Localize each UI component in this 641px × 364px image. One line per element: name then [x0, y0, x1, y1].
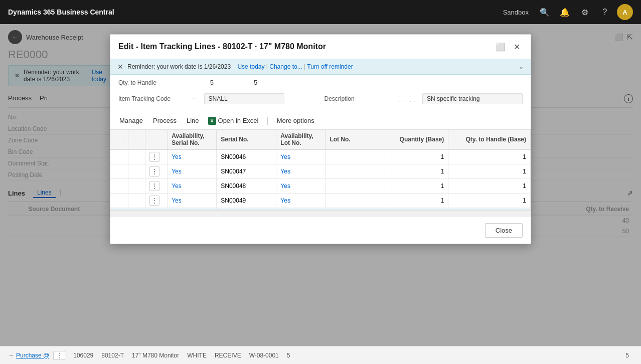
row-context-menu[interactable]: ⋮	[145, 179, 168, 194]
modal-reminder-use-today[interactable]: Use today	[237, 63, 264, 70]
row-cell-desc: 17" M780 Monitor	[132, 352, 179, 359]
modal-reminder-text: Reminder: your work date is 1/26/2023 Us…	[127, 63, 515, 70]
h-scrollbar[interactable]	[110, 210, 531, 217]
row-avail-lot[interactable]: Yes	[276, 149, 326, 164]
table-row[interactable]: ⋮YesSN00049Yes11	[110, 194, 531, 208]
row-cell-variant: WHITE	[187, 352, 207, 359]
row-lot-no[interactable]	[326, 149, 385, 164]
row-dots-button[interactable]: ⋮	[149, 196, 159, 206]
row-cell-qty: 5	[287, 352, 290, 359]
row-avail-sn[interactable]: Yes	[168, 194, 217, 208]
row-lot-no[interactable]	[326, 179, 385, 194]
desc-label: Description	[325, 95, 395, 102]
app-brand: Dynamics 365 Business Central	[8, 8, 503, 16]
qty-value2: 5	[254, 79, 257, 86]
row-avail-lot[interactable]: Yes	[276, 179, 326, 194]
row-avail-lot[interactable]: Yes	[276, 164, 326, 179]
table-row[interactable]: ⋮YesSN00048Yes11	[110, 179, 531, 194]
modal-reminder-close[interactable]: ✕	[117, 63, 123, 71]
row-serial-no[interactable]: SN00047	[217, 164, 276, 179]
modal-reminder-label: Reminder: your work date is 1/26/2023	[127, 63, 231, 70]
row-qty-handle[interactable]: 1	[448, 164, 531, 179]
col-lot-no-header: Lot No.	[326, 130, 385, 149]
avail-sn-link[interactable]: Yes	[172, 153, 182, 160]
user-avatar[interactable]: A	[617, 4, 633, 20]
avail-lot-link[interactable]: Yes	[280, 183, 290, 190]
row-serial-no[interactable]: SN00048	[217, 179, 276, 194]
modal: Edit - Item Tracking Lines - 80102-T · 1…	[110, 34, 531, 244]
row-cell-bin: W-08-0001	[249, 352, 279, 359]
row-context-menu[interactable]: ⋮	[145, 194, 168, 208]
avail-lot-link[interactable]: Yes	[280, 197, 290, 204]
row-serial-no[interactable]: SN00046	[217, 149, 276, 164]
close-button[interactable]: Close	[485, 223, 523, 238]
itc-input[interactable]: SNALL	[204, 93, 284, 104]
row-lot-no[interactable]	[326, 164, 385, 179]
avail-lot-link[interactable]: Yes	[280, 168, 290, 175]
row-avail-sn[interactable]: Yes	[168, 164, 217, 179]
search-icon[interactable]: 🔍	[537, 4, 553, 20]
row-qty-handle[interactable]: 1	[448, 149, 531, 164]
row-qty-handle[interactable]: 1	[448, 179, 531, 194]
env-label: Sandbox	[503, 9, 529, 16]
avail-sn-link[interactable]: Yes	[172, 197, 182, 204]
row-check[interactable]	[110, 179, 128, 194]
avail-sn-link[interactable]: Yes	[172, 168, 182, 175]
desc-input[interactable]: SN specific tracking	[422, 93, 523, 104]
row-cell-no: 106029	[73, 352, 93, 359]
row-context-menu[interactable]: ⋮	[145, 149, 168, 164]
itc-label: Item Tracking Code	[118, 95, 189, 102]
row-avail-sn[interactable]: Yes	[168, 149, 217, 164]
modal-expand-icon[interactable]: ⬜	[495, 41, 507, 53]
top-nav: Dynamics 365 Business Central Sandbox 🔍 …	[0, 0, 641, 24]
purchase-at-link[interactable]: Purchase @	[16, 352, 49, 359]
modal-title-bar: Edit - Item Tracking Lines - 80102-T · 1…	[110, 35, 531, 59]
row-context-menu[interactable]: ⋮	[145, 164, 168, 179]
row-arrow-indicator	[128, 149, 145, 164]
tab-manage[interactable]: Manage	[118, 115, 144, 126]
tab-open-excel[interactable]: X Open in Excel	[208, 117, 259, 125]
table-row[interactable]: ⋮YesSN00046Yes11	[110, 149, 531, 164]
table-row[interactable]: ⋮YesSN00047Yes11	[110, 164, 531, 179]
row-dots-button[interactable]: ⋮	[149, 166, 159, 176]
row-cell-receive: 5	[625, 352, 629, 359]
modal-title: Edit - Item Tracking Lines - 80102-T · 1…	[118, 42, 326, 51]
modal-reminder-turn-off[interactable]: Turn off reminder	[307, 63, 353, 70]
avail-sn-link[interactable]: Yes	[172, 183, 182, 190]
row-check[interactable]	[110, 194, 128, 208]
tab-excel-label: Open in Excel	[218, 117, 259, 124]
tab-more-options[interactable]: More options	[277, 117, 314, 124]
row-avail-lot[interactable]: Yes	[276, 194, 326, 208]
row-qty-base: 1	[385, 149, 448, 164]
settings-icon[interactable]: ⚙	[577, 4, 593, 20]
grid-scroll-area[interactable]: Availability,Serial No. Serial No. Avail…	[110, 130, 531, 210]
row-qty-handle[interactable]: 1	[448, 194, 531, 208]
row-serial-no[interactable]: SN00049	[217, 194, 276, 208]
row-check[interactable]	[110, 149, 128, 164]
row-lot-no[interactable]	[326, 194, 385, 208]
row-arrow: →	[8, 352, 14, 359]
col-dots-header	[145, 130, 168, 149]
row-check[interactable]	[110, 164, 128, 179]
modal-close-icon[interactable]: ✕	[511, 41, 523, 53]
excel-icon: X	[208, 117, 216, 125]
row-arrow-indicator	[128, 179, 145, 194]
modal-reminder-chevron[interactable]: ⌄	[519, 63, 524, 70]
col-avail-lot-header: Availability,Lot No.	[276, 130, 326, 149]
modal-footer: Close	[110, 217, 531, 244]
col-arrow-header	[128, 130, 145, 149]
tab-process[interactable]: Process	[152, 115, 178, 126]
qty-row: Qty. to Handle 5 5	[110, 75, 531, 88]
tab-line[interactable]: Line	[186, 115, 200, 126]
modal-reminder-bar: ✕ Reminder: your work date is 1/26/2023 …	[110, 59, 531, 75]
row-dots-btn[interactable]: ⋮	[53, 351, 65, 360]
row-dots-button[interactable]: ⋮	[149, 152, 159, 162]
top-nav-right: Sandbox 🔍 🔔 ⚙ ? A	[503, 4, 633, 20]
row-dots-button[interactable]: ⋮	[149, 181, 159, 191]
row-qty-base: 1	[385, 179, 448, 194]
notification-icon[interactable]: 🔔	[557, 4, 573, 20]
avail-lot-link[interactable]: Yes	[280, 153, 290, 160]
row-avail-sn[interactable]: Yes	[168, 179, 217, 194]
help-icon[interactable]: ?	[597, 4, 613, 20]
modal-reminder-change-to[interactable]: Change to...	[269, 63, 302, 70]
